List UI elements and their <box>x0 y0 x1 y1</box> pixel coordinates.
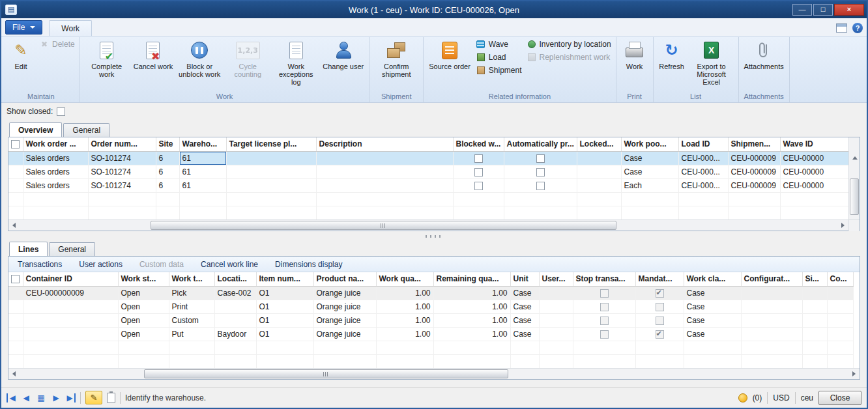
cancel-work-line-button[interactable]: Cancel work line <box>201 260 258 269</box>
overview-vertical-scrollbar[interactable] <box>848 137 860 219</box>
cell[interactable]: CEU-000000009 <box>23 286 118 300</box>
next-record-button[interactable]: ▶ <box>51 393 61 402</box>
scroll-left-button[interactable] <box>8 220 20 231</box>
cell[interactable]: Open <box>118 313 169 327</box>
cell[interactable]: Sales orders <box>23 151 88 165</box>
select-all-header[interactable] <box>8 272 23 286</box>
cell[interactable] <box>8 151 23 165</box>
cell[interactable]: Put <box>169 327 214 341</box>
column-header[interactable]: Blocked w... <box>453 137 504 151</box>
cell[interactable]: O1 <box>256 286 313 300</box>
cell[interactable] <box>453 165 504 178</box>
change-user-button[interactable]: Change user <box>320 38 366 72</box>
column-header[interactable]: Item num... <box>256 272 313 286</box>
cell[interactable] <box>504 165 577 178</box>
cell[interactable]: Print <box>169 300 214 313</box>
cell[interactable] <box>827 313 853 327</box>
tab-general-lines[interactable]: General <box>49 242 95 256</box>
cell[interactable] <box>577 151 621 165</box>
cell[interactable] <box>539 327 573 341</box>
cell[interactable] <box>8 286 23 300</box>
cell[interactable] <box>8 313 23 327</box>
cell[interactable]: Custom <box>169 313 214 327</box>
cell[interactable] <box>23 327 118 341</box>
cell[interactable] <box>741 300 802 313</box>
cell[interactable] <box>8 178 23 192</box>
cell[interactable] <box>316 165 453 178</box>
file-menu-button[interactable]: File <box>5 20 42 35</box>
column-header[interactable]: Automatically pr... <box>504 137 577 151</box>
cell[interactable]: Open <box>118 286 169 300</box>
cell[interactable] <box>226 165 316 178</box>
scroll-right-button[interactable] <box>837 220 848 231</box>
column-header[interactable]: Stop transa... <box>573 272 635 286</box>
cell[interactable]: 1.00 <box>376 313 433 327</box>
cell[interactable] <box>741 286 802 300</box>
cell[interactable]: CEU-000... <box>678 178 728 192</box>
help-icon[interactable]: ? <box>852 23 863 33</box>
cell[interactable]: CEU-000... <box>678 165 728 178</box>
column-header[interactable]: Work order ... <box>23 137 88 151</box>
splitter[interactable] <box>8 231 860 242</box>
cell[interactable]: Case <box>621 151 678 165</box>
column-header[interactable]: Si... <box>802 272 827 286</box>
cell[interactable] <box>635 286 684 300</box>
cell[interactable] <box>316 178 453 192</box>
tab-work-ribbon[interactable]: Work <box>49 20 92 36</box>
currency-indicator[interactable]: USD <box>773 393 789 402</box>
table-row[interactable]: OpenPrintO1Orange juice1.001.00CaseCase <box>8 300 853 313</box>
cell[interactable]: Sales orders <box>23 178 88 192</box>
cell[interactable]: 61 <box>179 165 226 178</box>
column-header[interactable]: Work t... <box>169 272 214 286</box>
cell[interactable]: Orange juice <box>313 286 376 300</box>
cell[interactable] <box>23 300 118 313</box>
close-window-button[interactable]: × <box>834 4 864 16</box>
cell[interactable]: Case-002 <box>214 286 256 300</box>
cell[interactable]: Case <box>684 300 741 313</box>
cell[interactable] <box>577 165 621 178</box>
column-header[interactable]: Work poo... <box>621 137 678 151</box>
cell[interactable] <box>573 286 635 300</box>
column-header[interactable]: Target license pl... <box>226 137 316 151</box>
cell[interactable] <box>453 178 504 192</box>
cell[interactable]: 1.00 <box>376 327 433 341</box>
cell[interactable] <box>539 286 573 300</box>
cell[interactable]: Pick <box>169 286 214 300</box>
cell[interactable]: SO-101274 <box>88 165 156 178</box>
cell[interactable] <box>635 327 684 341</box>
cell[interactable] <box>802 286 827 300</box>
checkbox[interactable] <box>11 275 20 283</box>
table-row[interactable]: CEU-000000009OpenPickCase-002O1Orange ju… <box>8 286 853 300</box>
shipment-button[interactable]: Shipment <box>474 64 524 77</box>
column-header[interactable]: Co... <box>827 272 853 286</box>
attachments-button[interactable]: Attachments <box>742 38 787 72</box>
overview-horizontal-scrollbar[interactable] <box>8 219 860 231</box>
cell[interactable]: CEU-00000 <box>780 151 848 165</box>
column-header[interactable]: Locked... <box>577 137 621 151</box>
cell[interactable]: Case <box>684 327 741 341</box>
cell[interactable] <box>8 165 23 178</box>
block-unblock-work-button[interactable]: Block or unblock work <box>175 38 224 80</box>
checkbox[interactable] <box>536 168 545 176</box>
column-header[interactable]: Load ID <box>678 137 728 151</box>
cell[interactable]: 6 <box>156 165 179 178</box>
notification-count[interactable]: (0) <box>753 393 762 402</box>
tab-overview[interactable]: Overview <box>9 122 62 137</box>
clipboard-icon[interactable] <box>107 393 115 403</box>
checkbox[interactable] <box>536 182 545 190</box>
table-row[interactable]: Sales ordersSO-101274661CaseCEU-000...CE… <box>8 151 848 165</box>
notifications-icon[interactable] <box>738 393 747 402</box>
cell[interactable]: SO-101274 <box>88 151 156 165</box>
cell[interactable] <box>741 327 802 341</box>
scroll-up-button[interactable] <box>849 137 860 178</box>
checkbox[interactable] <box>474 182 483 190</box>
column-header[interactable]: Work cla... <box>684 272 741 286</box>
checkbox[interactable] <box>11 140 20 148</box>
cell[interactable]: O1 <box>256 327 313 341</box>
cell[interactable] <box>802 313 827 327</box>
cell[interactable] <box>577 178 621 192</box>
table-row[interactable]: OpenCustomO1Orange juice1.001.00CaseCase <box>8 313 853 327</box>
cell[interactable]: 61 <box>179 178 226 192</box>
cell[interactable] <box>539 300 573 313</box>
cell[interactable] <box>802 327 827 341</box>
